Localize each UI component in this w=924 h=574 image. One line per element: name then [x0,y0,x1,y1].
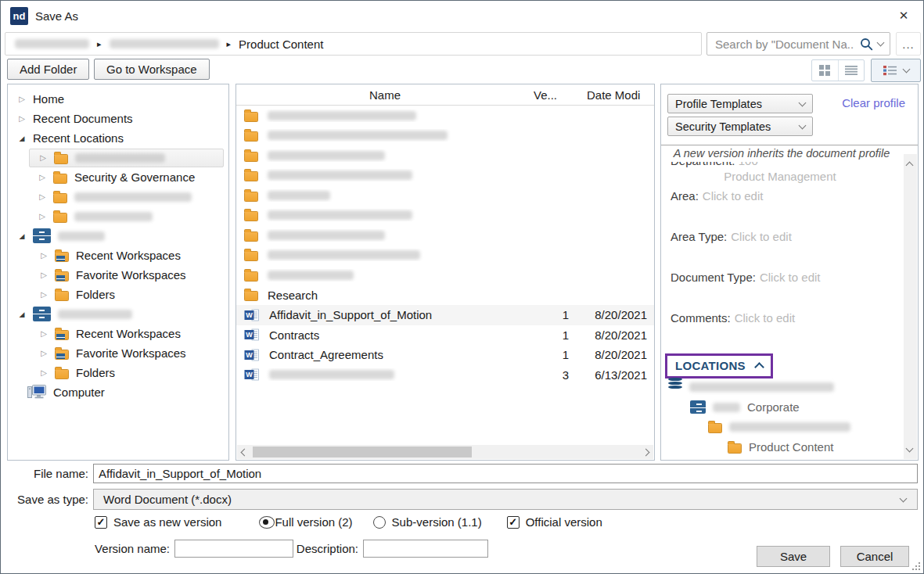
scroll-up-icon[interactable] [906,162,914,170]
horizontal-scrollbar[interactable] [237,445,653,459]
file-name-input[interactable] [93,464,918,483]
expand-icon[interactable]: ▷ [40,251,48,260]
location-cabinet-row[interactable]: Corporate [690,400,800,414]
resize-grip[interactable] [912,562,921,571]
search-options-chevron-down-icon[interactable] [877,39,885,47]
field-value[interactable]: Click to edit [760,271,821,284]
expand-icon[interactable]: ▷ [40,271,48,279]
expand-icon[interactable]: ▷ [40,368,48,377]
sub-version-label[interactable]: Sub-version (1.1) [392,515,482,529]
folder-row[interactable] [236,265,654,285]
folder-row[interactable] [236,166,654,186]
tree-item-redacted-folder[interactable]: ▷ [8,206,228,226]
collapse-icon[interactable]: ◢ [18,310,26,318]
tree-item-selected-folder[interactable]: ▷ [8,148,228,167]
cancel-button[interactable]: Cancel [840,546,909,567]
close-icon[interactable]: ✕ [895,7,912,24]
location-folder-row[interactable]: Product Content [728,440,833,454]
tree-item-favorite-workspaces[interactable]: ▷ Favorite Workspaces [8,265,228,285]
location-repository-row[interactable] [668,382,834,392]
folder-row[interactable] [236,106,654,126]
file-row[interactable]: W 3 6/13/2021 [236,365,654,386]
redacted-text [58,231,105,241]
security-templates-dropdown[interactable]: Security Templates [667,117,813,136]
clear-profile-link[interactable]: Clear profile [842,96,905,109]
collapse-icon[interactable]: ◢ [18,135,26,142]
column-header-version[interactable]: Ve... [534,88,569,102]
folder-row[interactable] [236,225,654,246]
field-value[interactable]: Click to edit [735,311,796,325]
column-header-date-modified[interactable]: Date Modi [569,88,654,102]
comments-field[interactable]: Comments:Click to edit [671,311,795,325]
breadcrumb[interactable]: ▸ ▸ Product Content [5,32,702,56]
field-value[interactable]: Click to edit [731,230,792,243]
tree-item-favorite-workspaces[interactable]: ▷ Favorite Workspaces [8,343,228,363]
folder-row[interactable] [236,185,654,206]
folder-row[interactable] [236,145,654,166]
tree-item-cabinet[interactable]: ◢ [8,226,228,246]
tree-item-recent-locations[interactable]: ◢ Recent Locations [8,128,228,148]
add-folder-button[interactable]: Add Folder [7,59,89,80]
expand-icon[interactable]: ▷ [18,95,26,103]
field-value[interactable]: Click to edit [703,189,764,203]
column-header-name[interactable]: Name [236,88,534,102]
collapse-icon[interactable]: ◢ [18,232,26,240]
scroll-down-icon[interactable] [906,445,914,453]
folder-row-research[interactable]: Research [236,285,654,306]
list-view-button[interactable] [838,60,865,81]
search-icon[interactable] [860,38,873,51]
save-as-new-version-label[interactable]: Save as new version [113,515,221,529]
scrollbar-thumb[interactable] [253,447,472,457]
tree-item-recent-documents[interactable]: ▷ Recent Documents [8,109,228,128]
full-version-radio[interactable] [259,516,275,529]
go-to-workspace-button[interactable]: Go to Workspace [94,59,210,80]
tree-item-computer[interactable]: Computer [8,382,228,402]
folder-row[interactable] [236,126,654,146]
sub-version-radio[interactable] [373,516,386,529]
tree-item-home[interactable]: ▷ Home [8,89,228,109]
group-by-button[interactable] [871,59,921,82]
tree-item-folders[interactable]: ▷ Folders [8,363,228,382]
expand-icon[interactable]: ▷ [38,173,46,181]
expand-icon[interactable]: ▷ [38,212,46,221]
official-version-label[interactable]: Official version [526,515,602,529]
tree-item-redacted-folder[interactable]: ▷ [8,187,228,206]
file-row[interactable]: W Affidavit_in_Support_of_Motion 1 8/20/… [236,305,654,325]
tree-item-cabinet[interactable]: ◢ [8,304,228,324]
tree-item-security-governance[interactable]: ▷ Security & Governance [8,167,228,187]
vertical-scrollbar[interactable] [904,154,917,459]
search-input[interactable] [714,37,855,52]
tree-item-recent-workspaces[interactable]: ▷ Recent Workspaces [8,324,228,343]
save-as-new-version-checkbox[interactable]: ✓ [95,516,107,529]
expand-icon[interactable]: ▷ [40,329,48,338]
full-version-label[interactable]: Full version (2) [275,515,352,529]
description-input[interactable] [363,540,488,558]
area-type-field[interactable]: Area Type:Click to edit [671,230,792,243]
breadcrumb-current[interactable]: Product Content [239,38,323,51]
expand-icon[interactable]: ▷ [18,114,26,123]
area-field[interactable]: Area:Click to edit [671,189,763,203]
locations-section-header[interactable]: LOCATIONS [665,353,773,378]
tree-item-folders[interactable]: ▷ Folders [8,285,228,304]
save-as-type-dropdown[interactable]: Word Document (*.docx) [93,489,918,510]
file-row[interactable]: W Contract_Agreements 1 8/20/2021 [236,345,654,365]
grid-view-button[interactable] [812,60,838,81]
more-options-button[interactable]: ... [896,32,921,56]
tree-item-recent-workspaces[interactable]: ▷ Recent Workspaces [8,246,228,265]
folder-row[interactable] [236,246,654,266]
expand-icon[interactable]: ▷ [40,290,48,299]
scroll-left-icon[interactable] [241,448,249,456]
scroll-right-icon[interactable] [642,448,650,456]
document-type-field[interactable]: Document Type:Click to edit [671,271,820,284]
location-label: Product Content [749,440,833,454]
expand-icon[interactable]: ▷ [40,349,48,357]
expand-icon[interactable]: ▷ [38,192,46,201]
profile-templates-dropdown[interactable]: Profile Templates [667,94,813,113]
folder-row[interactable] [236,206,654,226]
location-folder-row[interactable] [708,421,850,433]
selected-row-highlight[interactable]: ▷ [29,149,224,167]
save-button[interactable]: Save [757,546,830,567]
official-version-checkbox[interactable]: ✓ [507,516,520,529]
file-row[interactable]: W Contracts 1 8/20/2021 [236,325,654,346]
expand-icon[interactable]: ▷ [39,153,47,162]
